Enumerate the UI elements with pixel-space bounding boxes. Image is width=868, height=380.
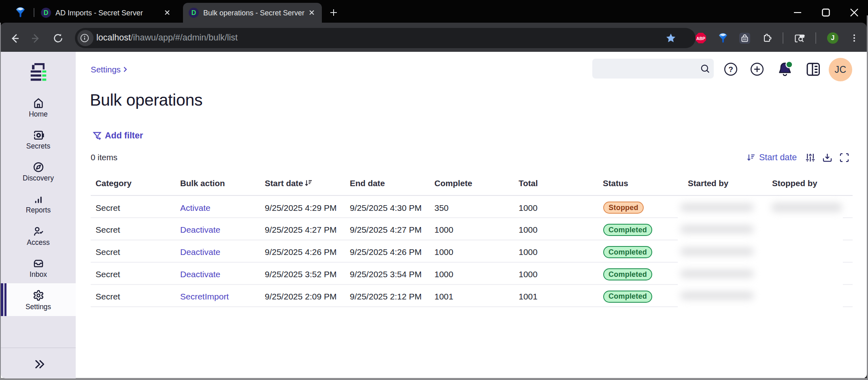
svg-text:?: ? [728,65,733,74]
svg-text:ABP: ABP [696,36,705,41]
